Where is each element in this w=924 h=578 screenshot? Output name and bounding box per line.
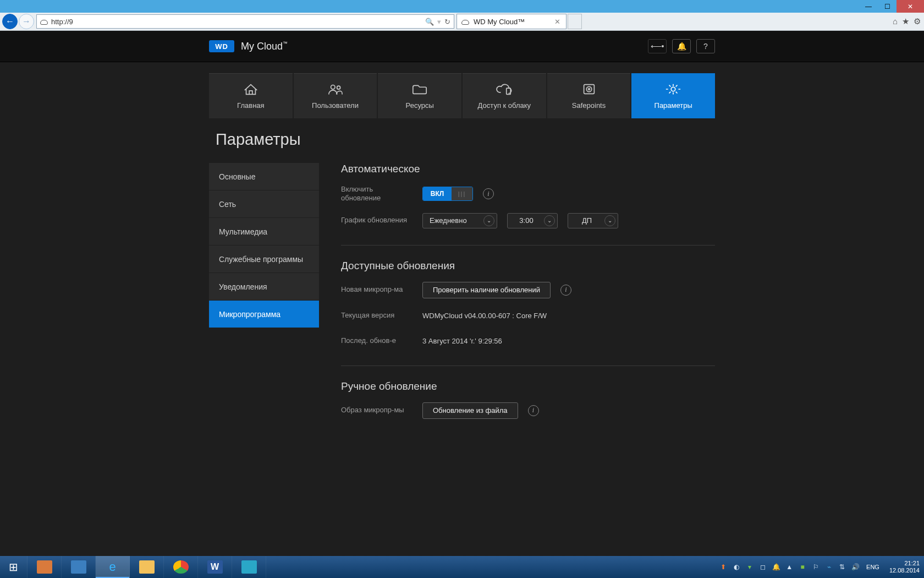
brand-badge: WD [209,40,234,52]
usb-icon[interactable]: ⟵• [648,39,667,53]
sidebar-item-firmware[interactable]: Микропрограмма [209,301,319,328]
browser-tab[interactable]: WD My Cloud™ ✕ [457,14,566,29]
section-auto-update: Автоматическое Включить обновление ВКЛ |… [341,163,715,246]
ie-home-icon[interactable]: ⌂ [893,17,898,26]
page-title: Параметры [216,130,715,149]
taskbar-explorer[interactable] [130,556,164,578]
folder-icon [139,560,155,574]
ie-toolbar: ← → http://9 🔍 ▾ ↻ WD My Cloud™ ✕ ⌂ ★ ⚙ [0,13,924,31]
info-icon[interactable]: i [528,405,539,416]
address-bar[interactable]: http://9 🔍 ▾ ↻ [36,14,454,29]
section-available-updates: Доступные обновления Новая микропр-ма Пр… [341,260,715,366]
taskbar-word[interactable]: W [198,556,232,578]
system-tray: ⬆ ◐ ▾ ◻ 🔔 ▲ ■ ⚐ ⌁ ⇅ 🔊 ENG 21:21 12.08.20… [714,556,924,578]
users-icon [327,83,344,96]
safepoints-icon [581,83,597,96]
start-button[interactable]: ⊞ [0,556,28,578]
taskbar-app-1[interactable] [28,556,62,578]
tab-title: WD My Cloud™ [474,18,525,26]
info-icon[interactable]: i [483,188,494,199]
tray-flag-icon[interactable]: ⚐ [811,563,820,571]
new-tab-button[interactable] [568,14,582,29]
taskbar-chrome[interactable] [164,556,198,578]
window-restore-button[interactable]: ☐ [878,0,897,13]
nav-cloud-access[interactable]: Доступ к облаку [463,73,546,118]
ie-tools-icon[interactable]: ⚙ [914,17,921,26]
section-title: Доступные обновления [341,260,715,272]
current-version-label: Текущая версия [341,311,413,320]
taskbar-app-2[interactable] [62,556,96,578]
settings-content: Автоматическое Включить обновление ВКЛ |… [341,163,715,450]
taskbar: ⊞ e W ⬆ ◐ ▾ ◻ 🔔 ▲ ■ ⚐ ⌁ ⇅ 🔊 ENG 21:21 12… [0,556,924,578]
tray-network-icon[interactable]: ⇅ [838,563,846,571]
sidebar-item-general[interactable]: Основные [209,163,319,190]
page-viewport: WD My Cloud™ ⟵• 🔔 ? Главная Пользователи… [0,31,924,556]
sidebar-item-label: Служебные программы [219,255,303,264]
help-icon[interactable]: ? [696,39,715,53]
nav-settings[interactable]: Параметры [631,73,715,118]
nav-safepoints[interactable]: Safepoints [547,73,631,118]
sidebar-item-media[interactable]: Мультимедиа [209,218,319,246]
taskbar-app-3[interactable] [232,556,266,578]
refresh-icon[interactable]: ↻ [444,18,450,26]
svg-point-5 [588,89,590,90]
clock-date: 12.08.2014 [889,567,920,574]
notifications-icon[interactable]: 🔔 [672,39,691,53]
tray-bluetooth-icon[interactable]: ⌁ [824,563,833,571]
frequency-dropdown[interactable]: Ежедневно ⌄ [422,213,497,228]
nav-back-button[interactable]: ← [2,14,18,29]
check-updates-button[interactable]: Проверить наличие обновлений [422,282,551,298]
app-icon [37,560,52,574]
tab-close-icon[interactable]: ✕ [554,18,560,26]
brand-logo[interactable]: WD My Cloud™ [209,40,288,52]
tray-icon[interactable]: ⬆ [719,563,728,571]
tray-icon[interactable]: 🔔 [772,563,780,571]
ie-icon: e [105,560,120,574]
tray-icon[interactable]: ◐ [732,563,741,571]
tab-favicon [461,20,469,25]
nav-shares[interactable]: Ресурсы [378,73,461,118]
search-icon[interactable]: 🔍 [425,18,434,26]
cloud-access-icon [496,83,513,96]
tray-volume-icon[interactable]: 🔊 [851,563,860,571]
window-minimize-button[interactable]: — [859,0,878,13]
nav-home[interactable]: Главная [209,73,293,118]
nav-forward-button[interactable]: → [19,14,34,29]
window-close-button[interactable]: ✕ [897,0,924,13]
app-icon [71,560,86,574]
info-icon[interactable]: i [560,285,571,296]
taskbar-clock[interactable]: 21:21 12.08.2014 [889,560,920,574]
word-icon: W [207,560,223,574]
tray-icon[interactable]: ■ [798,563,807,571]
nav-users[interactable]: Пользователи [294,73,377,118]
button-label: Обновление из файла [433,406,508,415]
toggle-grip: ||| [452,187,472,200]
top-nav: Главная Пользователи Ресурсы Доступ к об… [209,73,715,118]
firmware-image-label: Образ микропр-мы [341,406,413,415]
tray-icon[interactable]: ▾ [745,563,754,571]
tray-language[interactable]: ENG [866,564,879,570]
windows-icon: ⊞ [6,560,21,574]
enable-update-toggle[interactable]: ВКЛ ||| [422,187,473,201]
schedule-label: График обновления [341,216,413,225]
tray-icon[interactable]: ▲ [785,563,794,571]
section-title: Ручное обновление [341,380,715,392]
update-from-file-button[interactable]: Обновление из файла [422,402,518,419]
time-dropdown[interactable]: 3:00 ⌄ [507,213,558,228]
nav-label: Параметры [654,101,692,110]
window-titlebar: — ☐ ✕ [0,0,924,13]
sidebar-item-network[interactable]: Сеть [209,190,319,218]
ampm-dropdown[interactable]: ДП ⌄ [568,213,618,228]
sidebar-item-label: Мультимедиа [219,227,267,236]
sidebar-item-utilities[interactable]: Служебные программы [209,246,319,273]
ie-favorites-icon[interactable]: ★ [902,17,909,26]
chevron-down-icon: ⌄ [544,215,555,226]
taskbar-ie[interactable]: e [96,556,130,578]
brand-name: My Cloud™ [241,41,288,52]
sidebar-item-notifications[interactable]: Уведомления [209,273,319,301]
sidebar-item-label: Основные [219,172,255,181]
tray-icon[interactable]: ◻ [758,563,767,571]
clock-time: 21:21 [889,560,920,567]
settings-sidebar: Основные Сеть Мультимедиа Служебные прог… [209,163,319,450]
ampm-value: ДП [582,216,592,225]
